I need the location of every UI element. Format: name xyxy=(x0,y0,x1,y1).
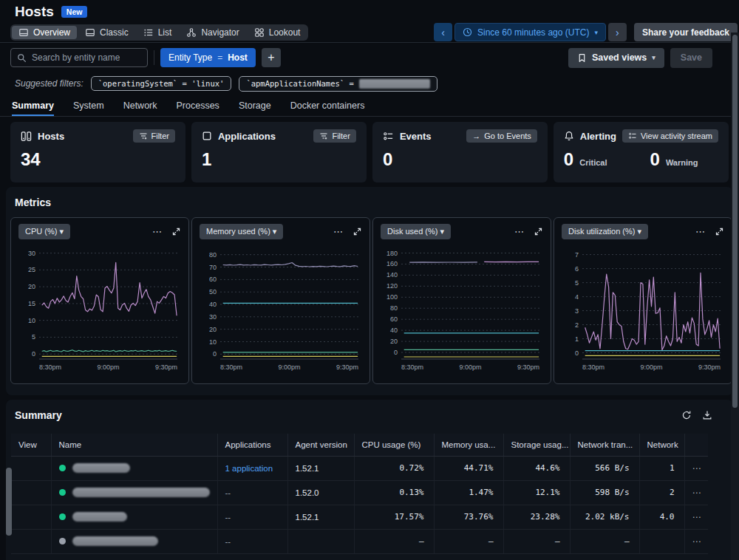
row-menu-button[interactable]: ⋯ xyxy=(684,529,708,553)
chart-menu-icon[interactable]: ⋯ xyxy=(333,228,344,236)
arrow-right-icon: → xyxy=(472,132,480,140)
applications-filter-button[interactable]: Filter xyxy=(313,129,355,143)
table-scrollbar[interactable] xyxy=(6,468,12,536)
tab-network[interactable]: Network xyxy=(123,98,157,116)
chart-menu-icon[interactable]: ⋯ xyxy=(152,228,163,236)
view-mode-classic[interactable]: Classic xyxy=(78,26,135,39)
page-title: Hosts xyxy=(15,4,54,20)
svg-text:8:30pm: 8:30pm xyxy=(582,363,605,371)
download-icon[interactable] xyxy=(702,410,712,420)
svg-text:7: 7 xyxy=(575,251,579,259)
hosts-page: Hosts New Overview Classic List Navigato… xyxy=(0,0,739,560)
svg-text:160: 160 xyxy=(386,260,398,267)
events-icon xyxy=(383,131,394,142)
suggested-filters-label: Suggested filters: xyxy=(15,78,84,89)
svg-text:0: 0 xyxy=(575,349,579,357)
view-activity-stream-button[interactable]: View activity stream xyxy=(622,129,718,143)
tab-processes[interactable]: Processes xyxy=(177,98,219,116)
view-mode-label: Lookout xyxy=(269,27,301,38)
clock-icon xyxy=(463,27,472,37)
hosts-count: 34 xyxy=(21,149,175,170)
hosts-filter-button[interactable]: Filter xyxy=(133,129,175,143)
svg-text:1: 1 xyxy=(575,335,579,343)
tab-docker-containers[interactable]: Docker containers xyxy=(290,98,365,116)
disk-used-metric-dropdown[interactable]: Disk used (%) ▾ xyxy=(381,224,451,239)
host-status-dot xyxy=(59,465,66,471)
memory-metric-dropdown[interactable]: Memory used (%) ▾ xyxy=(200,224,283,239)
svg-text:100: 100 xyxy=(386,293,398,301)
expand-icon[interactable] xyxy=(171,227,181,236)
column-header[interactable] xyxy=(684,434,708,456)
column-header[interactable]: Memory usa... xyxy=(434,434,503,456)
add-filter-button[interactable]: + xyxy=(262,48,281,67)
kpi-card-events: Events → Go to Events 0 xyxy=(372,122,548,182)
time-next-button[interactable]: › xyxy=(608,23,627,41)
agent-version-cell: 1.52.1 xyxy=(287,456,354,480)
table-row[interactable]: --1.52.117.57%73.76%23.28%2.02 kB/s4.0⋯ xyxy=(11,505,708,529)
table-row[interactable]: 1 application1.52.10.72%44.71%44.6%566 B… xyxy=(11,456,708,480)
column-header[interactable]: Network tran... xyxy=(570,434,639,456)
tab-summary[interactable]: Summary xyxy=(12,98,54,116)
memory-usage-cell: – xyxy=(434,529,503,553)
tab-storage[interactable]: Storage xyxy=(239,98,271,116)
chart-menu-icon[interactable]: ⋯ xyxy=(514,228,525,236)
filter-bar: Search by entity name Entity Type = Host… xyxy=(10,47,729,68)
disk-utilization-metric-dropdown[interactable]: Disk utilization (%) ▾ xyxy=(562,224,648,239)
save-button[interactable]: Save xyxy=(670,48,712,68)
table-row[interactable]: --1.52.00.13%1.47%12.1%598 B/s2⋯ xyxy=(11,480,708,505)
application-icon xyxy=(202,131,212,141)
search-input[interactable]: Search by entity name xyxy=(10,48,148,67)
entity-type-filter-chip[interactable]: Entity Type = Host xyxy=(160,48,256,67)
saved-views-button[interactable]: Saved views ▾ xyxy=(568,48,664,68)
page-scrollbar[interactable] xyxy=(731,33,739,560)
network-tx-cell: 2.02 kB/s xyxy=(570,505,639,529)
svg-text:5: 5 xyxy=(32,333,35,341)
cpu-metric-dropdown[interactable]: CPU (%) ▾ xyxy=(18,224,70,239)
row-menu-button[interactable]: ⋯ xyxy=(684,480,708,505)
saved-views-label: Saved views xyxy=(592,52,647,63)
row-menu-button[interactable]: ⋯ xyxy=(684,456,708,480)
bell-icon xyxy=(564,131,574,141)
expand-icon[interactable] xyxy=(715,227,724,236)
column-header[interactable]: Applications xyxy=(217,434,287,456)
refresh-icon[interactable] xyxy=(681,410,692,420)
suggested-filter-os[interactable]: `operatingSystem` = 'linux' xyxy=(91,76,232,91)
expand-icon[interactable] xyxy=(534,227,543,236)
tab-system[interactable]: System xyxy=(73,98,104,116)
view-mode-list[interactable]: List xyxy=(137,26,179,39)
view-mode-switcher: Overview Classic List Navigator Lookout xyxy=(10,24,308,41)
page-header: Hosts New xyxy=(15,1,732,22)
critical-label: Critical xyxy=(579,158,607,167)
column-header[interactable]: View xyxy=(11,434,51,456)
row-menu-button[interactable]: ⋯ xyxy=(684,505,708,529)
view-mode-lookout[interactable]: Lookout xyxy=(248,26,307,39)
cpu-usage-cell: 0.72% xyxy=(354,456,434,480)
metrics-section: Metrics CPU (%) ▾ ⋯ 0510152025308:30pm9:… xyxy=(6,187,733,395)
feedback-button[interactable]: Share your feedback xyxy=(634,23,738,41)
column-header[interactable]: Agent version xyxy=(287,434,354,456)
metrics-charts: CPU (%) ▾ ⋯ 0510152025308:30pm9:00pm9:30… xyxy=(10,217,729,384)
column-header[interactable]: Name xyxy=(51,434,217,456)
chart-menu-icon[interactable]: ⋯ xyxy=(695,228,706,236)
hosts-icon xyxy=(21,131,32,142)
kpi-row: Hosts Filter 34 Applications Filter 1 xyxy=(10,122,729,182)
cpu-chart: 0510152025308:30pm9:00pm9:30pm xyxy=(18,244,181,377)
host-name-cell xyxy=(59,512,210,522)
time-range-button[interactable]: Since 60 minutes ago (UTC) ▾ xyxy=(454,23,606,41)
time-prev-button[interactable]: ‹ xyxy=(434,23,452,41)
svg-text:9:30pm: 9:30pm xyxy=(155,363,177,371)
expand-icon[interactable] xyxy=(353,227,362,236)
column-header[interactable]: CPU usage (%) xyxy=(354,434,434,456)
column-header[interactable]: Storage usag... xyxy=(503,434,570,456)
network-tx-cell: 566 B/s xyxy=(570,456,639,480)
table-row[interactable]: --––––⋯ xyxy=(11,529,708,553)
view-mode-overview[interactable]: Overview xyxy=(12,26,77,39)
view-mode-navigator[interactable]: Navigator xyxy=(180,26,245,39)
page-scrollbar-thumb[interactable] xyxy=(732,35,738,408)
go-to-events-button[interactable]: → Go to Events xyxy=(466,129,537,143)
redacted-host-name xyxy=(72,536,158,546)
column-header[interactable]: Network xyxy=(639,434,684,456)
applications-link[interactable]: 1 application xyxy=(225,464,273,473)
suggested-filter-apm[interactable]: `apmApplicationNames` = xyxy=(239,76,437,92)
svg-text:10: 10 xyxy=(209,338,217,346)
